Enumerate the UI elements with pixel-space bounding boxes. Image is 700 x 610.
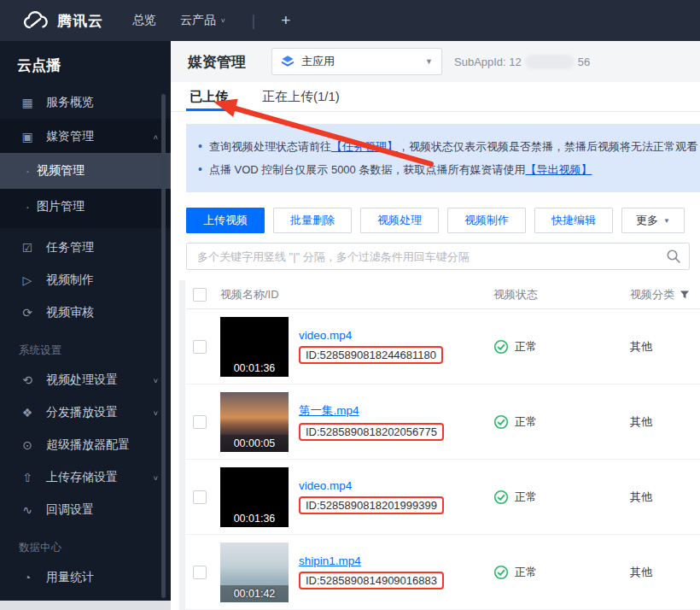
redacted-blur — [525, 55, 575, 69]
sidebar-group-media: ▣ 媒资管理 ∧ · 视频管理 · 图片管理 — [0, 119, 171, 228]
select-all-checkbox[interactable] — [193, 288, 207, 302]
sidebar-item-task-management[interactable]: ☑ 任务管理 — [0, 232, 171, 264]
video-produce-button[interactable]: 视频制作 — [447, 208, 526, 233]
status-text: 正常 — [515, 490, 537, 505]
main-content: 媒资管理 主应用 ▼ SubAppId: 12 56 已上传 正在上传(1/1) — [171, 41, 700, 610]
video-id: ID:5285890818201999399 — [306, 499, 437, 512]
row-checkbox[interactable] — [193, 490, 207, 504]
tab-bar: 已上传 正在上传(1/1) — [171, 82, 700, 112]
sidebar-bottom-strip — [0, 601, 171, 610]
table-header: 视频名称/ID 视频状态 视频分类 — [186, 280, 700, 309]
tab-uploaded[interactable]: 已上传 — [190, 82, 228, 111]
video-name-link[interactable]: shipin1.mp4 — [299, 554, 361, 567]
status-ok-icon — [493, 414, 509, 430]
status-text: 正常 — [515, 339, 537, 355]
page-header: 媒资管理 主应用 ▼ SubAppId: 12 56 — [171, 41, 700, 82]
notice-line: •查询视频处理状态请前往【任务管理】，视频状态仅表示视频是否禁播，禁播后视频将无… — [198, 135, 700, 158]
video-table: 视频名称/ID 视频状态 视频分类 00:01:36 — [186, 280, 700, 610]
status-cell: 正常 — [493, 339, 630, 355]
brand-name: 腾讯云 — [57, 11, 103, 31]
category-cell: 其他 — [630, 339, 700, 355]
video-duration: 00:01:42 — [220, 585, 289, 602]
sidebar-item-image-management[interactable]: · 图片管理 — [0, 189, 171, 225]
more-button[interactable]: 更多 ▼ — [621, 208, 685, 233]
caret-down-icon: ▼ — [663, 217, 670, 225]
sidebar-item-service-overview[interactable]: ▦ 服务概览 — [0, 86, 171, 119]
task-check-icon: ☑ — [19, 241, 36, 255]
video-id: ID:5285890818244681180 — [306, 349, 436, 361]
refresh-icon: ⟳ — [19, 306, 36, 320]
bullet-dot: · — [26, 200, 37, 214]
table-left-gutter — [179, 280, 185, 610]
tencent-cloud-logo[interactable]: 腾讯云 — [22, 11, 103, 31]
layers-icon — [281, 55, 295, 68]
quick-edit-button[interactable]: 快捷编辑 — [534, 208, 613, 233]
chevron-down-icon: ∨ — [153, 409, 159, 417]
video-duration: 00:00:05 — [220, 435, 289, 452]
video-process-button[interactable]: 视频处理 — [360, 208, 439, 233]
video-thumbnail[interactable]: 00:01:36 — [220, 317, 289, 377]
sidebar-item-usage-statistics[interactable]: ◔ 用量统计 — [0, 561, 171, 594]
video-thumbnail[interactable]: 00:01:42 — [220, 543, 289, 602]
batch-delete-button[interactable]: 批量删除 — [273, 208, 352, 233]
product-title: 云点播 — [0, 41, 171, 86]
row-checkbox[interactable] — [193, 566, 207, 579]
video-thumbnail[interactable]: 00:01:36 — [220, 467, 289, 527]
app-selector-dropdown[interactable]: 主应用 ▼ — [271, 48, 442, 75]
table-row: 00:00:05 第一集.mp4 ID:5285890818202056775 — [186, 384, 700, 460]
status-text: 正常 — [515, 565, 537, 580]
media-icon: ▣ — [19, 130, 36, 144]
sidebar-item-callback-settings[interactable]: ∿ 回调设置 — [0, 494, 171, 526]
video-name-link[interactable]: video.mp4 — [299, 479, 352, 492]
play-icon: ▷ — [19, 273, 36, 287]
sidebar-item-upload-storage-settings[interactable]: ⇧ 上传存储设置 ∨ — [0, 461, 171, 494]
topbar: 腾讯云 总览 云产品 ∨ | + — [0, 0, 700, 41]
search-icon[interactable] — [666, 249, 681, 264]
video-name-link[interactable]: 第一集.mp4 — [299, 403, 359, 419]
status-text: 正常 — [515, 414, 537, 430]
task-management-link[interactable]: 【任务管理】 — [331, 140, 398, 153]
sidebar-item-video-moderation[interactable]: ⟳ 视频审核 — [0, 296, 171, 329]
bullet-icon: • — [198, 139, 202, 153]
video-name-link[interactable]: video.mp4 — [299, 329, 352, 342]
col-status: 视频状态 — [493, 287, 630, 302]
subappid-label: SubAppId: 12 56 — [454, 55, 590, 69]
sidebar-item-video-management[interactable]: · 视频管理 — [0, 153, 171, 189]
sidebar-section-data-center: 数据中心 — [0, 526, 171, 561]
topbar-divider: | — [252, 12, 256, 30]
name-id-cell: video.mp4 ID:5285890818244681180 — [299, 329, 493, 364]
video-id-red-annotation: ID:5285890818244681180 — [299, 346, 443, 364]
upload-video-button[interactable]: 上传视频 — [186, 208, 265, 233]
status-ok-icon — [493, 565, 509, 580]
video-id: ID:5285890814909016883 — [306, 574, 437, 587]
table-row: 00:01:36 video.mp4 ID:528589081820199939… — [186, 460, 700, 535]
video-thumbnail[interactable]: 00:00:05 — [220, 392, 289, 452]
row-checkbox[interactable] — [193, 415, 207, 429]
chevron-up-icon: ∧ — [153, 133, 159, 141]
name-id-cell: video.mp4 ID:5285890818201999399 — [299, 479, 493, 514]
filter-funnel-icon[interactable] — [680, 290, 690, 300]
caret-down-icon: ▼ — [425, 57, 433, 66]
search-input[interactable] — [186, 243, 690, 270]
process-icon: ⟲ — [19, 373, 36, 387]
video-id-red-annotation: ID:5285890814909016883 — [299, 572, 444, 589]
player-icon: ⊙ — [19, 438, 36, 452]
row-checkbox[interactable] — [193, 340, 207, 354]
nav-cloud-products[interactable]: 云产品 ∨ — [180, 13, 226, 28]
search-bar — [186, 243, 690, 270]
sidebar-scrollbar[interactable] — [161, 94, 166, 598]
tab-uploading[interactable]: 正在上传(1/1) — [262, 82, 340, 111]
name-id-cell: shipin1.mp4 ID:5285890814909016883 — [299, 554, 493, 589]
sidebar-item-distribution-settings[interactable]: ❖ 分发播放设置 ∨ — [0, 396, 171, 429]
export-video-link[interactable]: 【导出视频】 — [525, 163, 592, 176]
video-duration: 00:01:36 — [220, 510, 289, 527]
status-ok-icon — [493, 339, 509, 355]
add-tab-button[interactable]: + — [281, 11, 290, 30]
sidebar-item-video-processing-settings[interactable]: ⟲ 视频处理设置 ∨ — [0, 364, 171, 396]
sidebar-item-video-production[interactable]: ▷ 视频制作 — [0, 264, 171, 296]
sidebar-item-media-management[interactable]: ▣ 媒资管理 ∧ — [0, 120, 171, 153]
toolbar: 上传视频 批量删除 视频处理 视频制作 快捷编辑 更多 ▼ — [186, 208, 700, 233]
sidebar-item-superplayer-config[interactable]: ⊙ 超级播放器配置 — [0, 429, 171, 461]
top-navigation: 总览 云产品 ∨ | + — [132, 11, 290, 30]
nav-overview[interactable]: 总览 — [132, 13, 156, 28]
